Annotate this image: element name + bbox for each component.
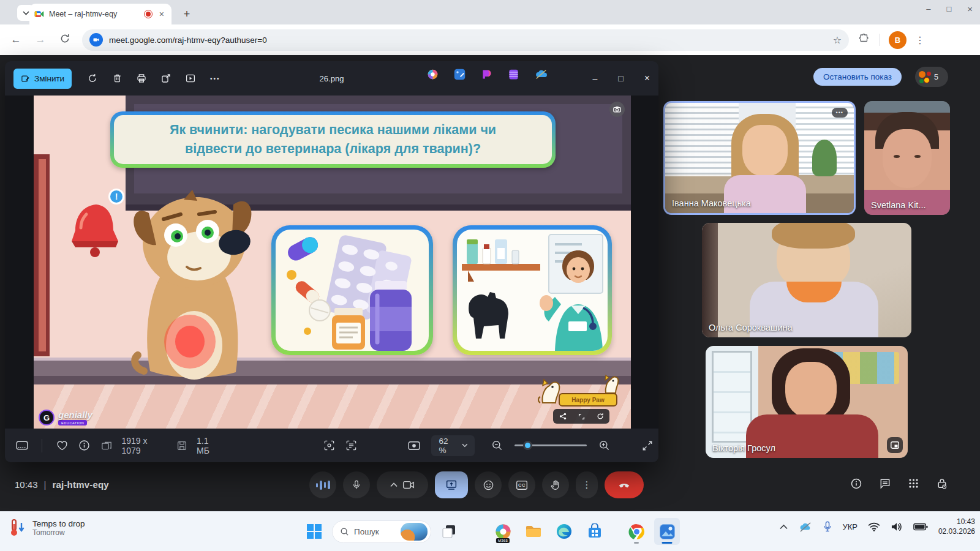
weather-widget[interactable]: Temps to drop Tomorrow (9, 518, 85, 538)
volume-icon[interactable] (891, 522, 903, 532)
tray-time: 10:43 (938, 517, 975, 527)
end-call-button[interactable] (605, 471, 644, 498)
audio-level-indicator (309, 471, 336, 498)
tile4-window (712, 351, 752, 443)
search-daily-image[interactable] (401, 523, 428, 541)
tray-clock[interactable]: 10:43 02.03.2026 (938, 517, 975, 536)
meet-favicon (34, 9, 44, 19)
language-indicator[interactable]: УКР (842, 522, 858, 531)
zoom-level-dropdown[interactable]: 62 % (431, 435, 475, 456)
rotate-button[interactable] (80, 69, 105, 89)
copilot-icon[interactable] (426, 68, 439, 81)
video-tile-svetlana[interactable]: Svetlana Kit... (864, 101, 950, 215)
edge-button[interactable] (551, 518, 577, 545)
separator: | (44, 479, 47, 490)
info-icon (850, 478, 862, 490)
share-nodes-icon[interactable] (559, 413, 567, 420)
present-screen-button[interactable] (435, 471, 468, 498)
activities-button[interactable] (908, 478, 919, 492)
profile-avatar[interactable]: B (889, 31, 907, 49)
onedrive-paused-icon[interactable] (534, 68, 548, 81)
captions-button[interactable]: CC (508, 471, 535, 498)
fullscreen-icon[interactable] (578, 413, 585, 420)
zoom-slider-knob[interactable] (523, 441, 532, 450)
wifi-icon[interactable] (868, 522, 880, 531)
back-button[interactable]: ← (7, 34, 24, 46)
participants-counter[interactable]: 5 (915, 67, 948, 87)
copilot-m365-button[interactable]: M365 (490, 518, 516, 545)
tile-options-icon[interactable]: ••• (832, 108, 848, 118)
filmstrip-button[interactable] (11, 435, 33, 455)
stop-presenting-button[interactable]: Остановить показ (813, 68, 902, 86)
onedrive-tray-icon[interactable] (798, 521, 813, 533)
share-button[interactable] (154, 69, 178, 89)
microphone-button[interactable] (343, 471, 370, 498)
file-explorer-button[interactable] (521, 518, 546, 545)
fit-to-window-button[interactable] (403, 435, 425, 455)
text-extract-button[interactable] (341, 435, 363, 455)
delete-button[interactable] (105, 69, 129, 89)
url-bar[interactable]: meet.google.com/raj-htmv-eqy?authuser=0 … (82, 29, 849, 51)
photos-taskbar-button[interactable] (654, 518, 680, 545)
photos-fullscreen-button[interactable] (636, 435, 658, 455)
video-tile-viktoriia[interactable]: Вікторія Гросул (706, 346, 908, 458)
window-minimize-button[interactable]: – (926, 4, 930, 13)
end-call-icon (617, 478, 631, 492)
photos-titlebar: Змінити ••• 26.png (5, 61, 658, 96)
chat-button[interactable] (879, 478, 891, 492)
meeting-code: raj-htmv-eqy (52, 479, 108, 490)
browser-menu-button[interactable]: ⋮ (915, 34, 925, 46)
edit-image-button[interactable]: Змінити (13, 69, 72, 89)
photos-maximize-button[interactable]: □ (618, 73, 623, 83)
photos-running-indicator (662, 542, 673, 544)
more-options-button[interactable]: ⋮ (576, 471, 598, 498)
divider (42, 439, 42, 452)
notebook-icon[interactable] (507, 68, 520, 81)
tray-chevron-icon[interactable] (780, 524, 788, 530)
bookmark-star-icon[interactable]: ☆ (833, 34, 842, 46)
image-edit-icon[interactable] (453, 68, 466, 81)
photos-close-button[interactable]: × (644, 73, 650, 84)
slideshow-button[interactable] (178, 69, 203, 89)
tab-close-icon[interactable]: × (157, 9, 167, 20)
photos-minimize-button[interactable]: – (592, 73, 597, 83)
camera-button-group[interactable] (377, 471, 428, 498)
browser-tab-meet[interactable]: Meet – raj-htmv-eqy × (29, 4, 172, 24)
edge-icon (556, 523, 572, 539)
window-close-button[interactable]: × (967, 4, 973, 14)
video-tile-olha[interactable]: Ольга Сороквашина (702, 223, 911, 337)
designer-icon[interactable] (480, 68, 493, 81)
genially-logo: G genially EDUCATION (39, 410, 92, 425)
zoom-out-button[interactable] (486, 435, 508, 455)
filesize-icon (171, 435, 193, 455)
mic-tray-icon[interactable] (823, 521, 832, 533)
host-controls-button[interactable] (936, 477, 948, 492)
meeting-details-button[interactable] (850, 478, 862, 492)
picture-in-picture-icon[interactable] (887, 437, 903, 453)
raise-hand-button[interactable] (542, 471, 569, 498)
reload-button[interactable] (56, 34, 74, 47)
window-maximize-button[interactable]: □ (946, 4, 951, 13)
zoom-slider[interactable] (514, 444, 587, 446)
start-button[interactable] (301, 518, 327, 545)
dimensions-icon (96, 435, 118, 455)
camera-overlay-icon[interactable] (609, 102, 625, 117)
task-view-button[interactable] (436, 518, 462, 545)
forward-button[interactable]: → (32, 34, 49, 46)
chrome-taskbar-button[interactable] (624, 518, 649, 545)
file-info-button[interactable] (74, 435, 96, 455)
microsoft-store-button[interactable] (582, 518, 608, 545)
print-button[interactable] (129, 69, 154, 89)
refresh-icon[interactable] (597, 413, 604, 420)
zoom-in-button[interactable] (593, 435, 615, 455)
video-tile-ivanna[interactable]: ••• Іванна Маковецька (663, 101, 856, 215)
photos-bottom-bar: 1919 x 1079 1.1 МБ 62 % (5, 429, 658, 462)
more-options-icon[interactable]: ••• (203, 69, 227, 89)
reactions-button[interactable] (475, 471, 502, 498)
extensions-button[interactable] (859, 33, 870, 47)
battery-icon[interactable] (913, 523, 928, 531)
favorite-button[interactable] (51, 435, 73, 455)
taskbar-search[interactable]: Пошук (332, 520, 431, 543)
new-tab-button[interactable]: + (179, 6, 195, 22)
visual-search-button[interactable] (318, 435, 340, 455)
